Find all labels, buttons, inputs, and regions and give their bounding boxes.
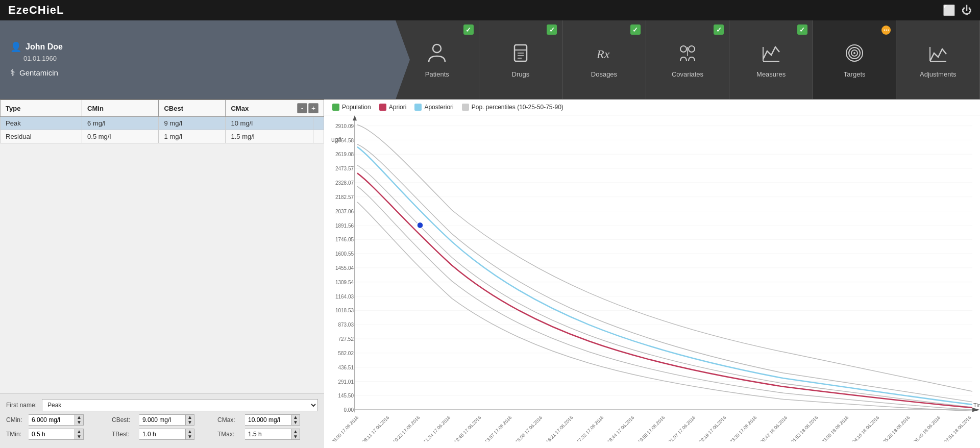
col-cmax: CMax - + [226,100,324,117]
adjustments-label: Adjustments [920,70,957,78]
target-table: Type CMin CBest CMax - + [0,99,324,143]
svg-text:19:55 17.06.2016: 19:55 17.06.2016 [637,415,666,441]
row1-cmax: 10 mg/l [226,117,313,130]
tmax-label: TMax: [217,431,243,438]
svg-text:16:21 17.06.2016: 16:21 17.06.2016 [545,415,574,441]
table-row[interactable]: Peak 6 mg/l 9 mg/l 10 mg/l [1,117,324,130]
cmax-stepper-btn[interactable]: ▲▼ [291,414,300,426]
cmin-cbest-cmax-row: CMin: 6.000 mg/l ▲▼ CBest: 9.000 mg/l ▲▼ [6,414,318,426]
person-icon: 👤 [10,41,21,53]
tmin-input[interactable]: 0.5 h [29,429,75,440]
measures-label: Measures [756,70,786,78]
dosages-label: Dosages [591,70,617,78]
cmin-label: CMin: [6,416,27,424]
svg-text:17:32 17.06.2016: 17:32 17.06.2016 [576,415,604,441]
legend-percentiles-label: Pop. percentiles (10-25-50-75-90) [472,104,564,111]
svg-text:0.00: 0.00 [344,407,354,413]
row1-cbest: 9 mg/l [159,117,226,130]
svg-text:22:19 17.06.2016: 22:19 17.06.2016 [698,415,727,441]
tmax-input[interactable]: 1.5 h [245,429,291,440]
cbest-input[interactable]: 9.000 mg/l [139,414,185,426]
svg-text:03:05 18.06.2016: 03:05 18.06.2016 [821,415,849,441]
svg-text:1600.55: 1600.55 [335,251,354,257]
adjustments-icon [927,42,949,67]
svg-text:2473.57: 2473.57 [335,166,354,171]
first-name-row: First name: Peak Residual [6,399,318,411]
legend-percentiles-color [462,104,469,111]
svg-text:727.52: 727.52 [338,336,354,342]
cmin-stepper-btn[interactable]: ▲▼ [75,414,84,426]
nav-step-covariates[interactable]: ✓ Covariates [646,20,730,99]
tmin-tbest-tmax-row: TMin: 0.5 h ▲▼ TBest: 1.0 h ▲▼ [6,429,318,440]
patients-check: ✓ [463,24,474,35]
svg-text:2910.09: 2910.09 [335,123,354,129]
patient-panel: 👤 John Doe 01.01.1960 ⚕ Gentamicin [0,20,396,99]
nav-step-dosages[interactable]: ✓ Rx Dosages [562,20,646,99]
cbest-stepper-btn[interactable]: ▲▼ [185,414,194,426]
table-row[interactable]: Residual 0.5 mg/l 1 mg/l 1.5 mg/l [1,130,324,143]
power-icon[interactable]: ⏻ [962,5,972,16]
nav-step-targets[interactable]: ··· Targets [813,20,897,99]
svg-text:1164.03: 1164.03 [335,294,354,300]
cmax-label: CMax: [217,416,243,424]
bottom-form: First name: Peak Residual CMin: 6.000 mg… [0,393,324,448]
legend-aposteriori: Aposteriori [414,104,453,111]
cbest-stepper: 9.000 mg/l ▲▼ [139,414,194,426]
tmax-group: TMax: 1.5 h ▲▼ [217,429,318,440]
patient-dob: 01.01.1960 [23,55,385,62]
svg-text:05:28 18.06.2016: 05:28 18.06.2016 [882,415,911,441]
add-row-button[interactable]: + [308,103,318,113]
cbest-group: CBest: 9.000 mg/l ▲▼ [112,414,212,426]
cbest-label: CBest: [112,416,137,424]
legend-percentiles: Pop. percentiles (10-25-50-75-90) [462,104,564,111]
legend-population-color [332,104,339,111]
patients-label: Patients [425,70,449,78]
topbar: EzeCHieL ⬜ ⏻ [0,0,980,20]
measures-icon [760,42,782,67]
patient-drug-row: ⚕ Gentamicin [10,67,385,79]
row2-type: Residual [1,130,82,143]
svg-text:04:16 18.06.2016: 04:16 18.06.2016 [851,415,880,441]
svg-text:873.03: 873.03 [338,322,354,328]
svg-text:18:44 17.06.2016: 18:44 17.06.2016 [606,415,635,441]
first-name-select[interactable]: Peak Residual [42,399,318,411]
nav-step-adjustments[interactable]: Adjustments [896,20,980,99]
svg-text:1891.56: 1891.56 [335,222,354,228]
drugs-label: Drugs [512,70,530,78]
cmin-stepper: 6.000 mg/l ▲▼ [29,414,84,426]
tmin-group: TMin: 0.5 h ▲▼ [6,429,107,440]
tmax-stepper-btn[interactable]: ▲▼ [291,429,300,440]
svg-text:01:53 18.06.2016: 01:53 18.06.2016 [790,415,819,441]
main-content: Type CMin CBest CMax - + [0,99,980,448]
svg-text:08:11 17.06.2016: 08:11 17.06.2016 [361,415,390,441]
svg-text:10:23 17.06.2016: 10:23 17.06.2016 [392,415,421,441]
svg-text:2182.57: 2182.57 [335,194,354,200]
cmin-input[interactable]: 6.000 mg/l [29,414,75,426]
svg-text:Rx: Rx [596,47,610,61]
targets-dot: ··· [881,26,891,35]
nav-step-drugs[interactable]: ✓ Drugs [479,20,563,99]
svg-text:00:42 18.06.2016: 00:42 18.06.2016 [760,415,788,441]
tbest-stepper-btn[interactable]: ▲▼ [185,429,194,440]
svg-text:21:07 17.06.2016: 21:07 17.06.2016 [668,415,696,441]
tbest-input[interactable]: 1.0 h [139,429,185,440]
svg-text:1746.05: 1746.05 [335,237,354,242]
nav-step-measures[interactable]: ✓ Measures [729,20,813,99]
svg-text:582.02: 582.02 [338,351,354,356]
svg-text:06:40 18.06.2016: 06:40 18.06.2016 [913,415,941,441]
remove-row-button[interactable]: - [297,103,307,113]
svg-point-0 [433,44,441,53]
x-axis: 08:00 17.06.2016 08:11 17.06.2016 10:23 … [331,415,972,441]
cmax-input[interactable]: 10.000 mg/l [245,414,291,426]
svg-text:2619.08: 2619.08 [335,152,354,157]
nav-steps: ✓ Patients ✓ Drugs ✓ Rx Dosages ✓ [396,20,980,99]
tmax-stepper: 1.5 h ▲▼ [245,429,300,440]
tablet-icon[interactable]: ⬜ [943,4,955,16]
tmin-stepper-btn[interactable]: ▲▼ [75,429,84,440]
svg-text:12:45 17.06.2016: 12:45 17.06.2016 [453,415,482,441]
svg-text:Time: Time [973,402,980,408]
legend-apriori-label: Apriori [389,104,407,111]
left-panel: Type CMin CBest CMax - + [0,99,324,448]
data-point [417,222,423,228]
tmin-stepper: 0.5 h ▲▼ [29,429,84,440]
